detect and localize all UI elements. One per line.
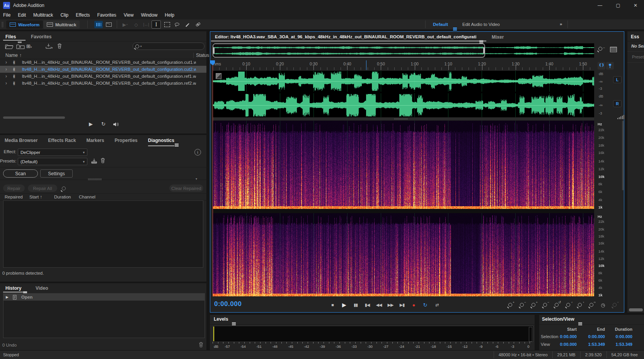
name-column-header[interactable]: Name [5,53,18,58]
view-box-left-handle[interactable] [213,47,215,54]
insert-into-multitrack-button[interactable]: ▾ [46,43,53,50]
waveform-display-right[interactable] [213,93,594,117]
search-repairs-icon[interactable] [62,186,66,191]
waveform-view-toggle[interactable] [94,21,103,28]
menu-item[interactable]: View [124,12,134,18]
menu-item[interactable]: Effects [76,12,90,18]
transport-button[interactable]: ▶▶ [386,301,395,309]
effects-panel-tab[interactable]: Markers [86,138,104,146]
spot-healing-brush-tool[interactable] [193,21,203,29]
paintbrush-tool[interactable] [182,21,192,29]
effect-select[interactable]: DeClipper▾ [18,149,87,156]
horizontal-scrollbar-thumb[interactable] [629,308,643,311]
zoom-button[interactable]: − [517,301,526,309]
splitter-handle[interactable] [394,118,407,120]
zoom-button[interactable]: ‹ [564,301,573,309]
repair-button[interactable]: Repair [3,185,25,192]
delete-file-button[interactable] [57,43,62,50]
files-horizontal-scrollbar[interactable] [3,116,65,119]
preview-loop-button[interactable]: ↻ [101,121,106,127]
scan-button[interactable]: Scan [3,169,38,178]
tab-favorites[interactable]: Favorites [31,34,51,39]
close-button[interactable]: ✕ [627,0,644,11]
import-file-button[interactable] [16,44,25,50]
preview-play-button[interactable]: ▶ [89,121,93,127]
spectrogram-left[interactable] [213,121,594,209]
repairs-column-header[interactable]: Repaired [0,195,25,199]
pan-zoom-icon[interactable]: ↔ [598,46,605,52]
channel-left-button[interactable]: L [613,76,622,83]
transport-button[interactable]: ⇄ [432,301,441,309]
tab-video[interactable]: Video [36,285,48,291]
expand-chevron-icon[interactable]: › [5,80,7,86]
zoom-button[interactable]: + [506,301,515,309]
diagnostics-menu-icon[interactable] [175,140,179,145]
lasso-selection-tool[interactable] [172,21,182,29]
menu-item[interactable]: Help [165,12,174,18]
save-preset-button[interactable] [91,158,97,165]
multitrack-mode-button[interactable]: Multitrack [43,21,80,29]
slip-tool[interactable]: |↔| [141,21,151,29]
selection-view-menu-icon[interactable] [578,319,582,324]
add-marker-button[interactable] [606,62,614,70]
effects-panel-tab[interactable]: Effects Rack [48,138,76,146]
file-row[interactable]: › ||| ltv48_H…in_48kHz_out_BINAURAL_ROOM… [0,59,206,66]
preview-volume-button[interactable] [113,122,119,128]
display-options-icon[interactable] [610,47,617,52]
spectral-resolution-control[interactable] [617,115,625,121]
files-search-input[interactable]: ▾ [133,43,204,50]
levels-menu-icon[interactable] [232,319,236,324]
menu-item[interactable]: Favorites [97,12,116,18]
vertical-zoom-scrollbar[interactable] [622,121,624,190]
tab-files[interactable]: Files [5,34,16,39]
tab-history[interactable]: History [5,285,21,291]
selection-start-value[interactable]: 0:00.000 [550,334,577,339]
channel-right-button[interactable]: R [613,100,622,107]
zoom-button[interactable]: − [540,301,550,309]
move-tool[interactable]: ▶+ [121,21,130,29]
effects-panel-tab[interactable]: Properties [114,138,137,146]
toolbar-grip[interactable] [2,22,3,27]
repair-all-button[interactable]: Repair All [28,185,57,192]
status-column-header[interactable]: Status [196,53,209,58]
expand-chevron-icon[interactable]: › [5,67,7,72]
transport-button[interactable]: ● [409,301,418,309]
open-file-button[interactable] [5,44,13,50]
transport-button[interactable]: ▶▮ [397,301,407,309]
new-file-button[interactable]: ⊞▾ [26,43,32,49]
marquee-selection-tool[interactable] [162,21,172,29]
menu-item[interactable]: Window [141,12,158,18]
view-box-right-handle[interactable] [483,47,485,54]
tab-mixer[interactable]: Mixer [492,34,504,40]
snapping-button[interactable] [598,62,605,70]
waveform-display-left[interactable] [213,71,594,92]
razor-tool[interactable]: ◇ [131,21,141,29]
transport-button[interactable]: ▮◀ [363,301,372,309]
workspace-default-button[interactable]: Default [433,22,448,27]
settings-button[interactable]: Settings [40,169,73,178]
time-selection-tool[interactable]: I [152,21,161,29]
history-entry[interactable]: ▶ Open [3,294,204,301]
effects-panel-tab[interactable]: Media Browser [5,138,37,146]
selection-duration-value[interactable]: 0:00.000 [605,334,632,339]
splitter[interactable] [0,180,206,180]
effects-panel-tab[interactable]: Diagnostics [148,138,174,146]
zoom-button[interactable]: ◷ [598,301,608,309]
menu-item[interactable]: Multitrack [33,12,53,18]
levels-meter[interactable] [213,326,533,342]
editor-tab[interactable]: Editor: ltv48_HOA3.wav_SBA_3OA_at_96_kbp… [215,34,476,39]
maximize-button[interactable]: ▢ [609,0,627,11]
minimize-button[interactable]: — [591,0,609,11]
file-row[interactable]: › ||| ltv48_H…in_48kHz_out_BINAURAL_ROOM… [0,66,206,73]
transport-button[interactable]: ■ [328,301,337,309]
transport-button[interactable]: ↻ [421,301,430,309]
zoom-button[interactable]: › [575,301,584,309]
spectrogram-right[interactable] [213,213,594,296]
transport-button[interactable]: ▮▮ [351,301,360,309]
workspace-edit-audio-to-video-button[interactable]: Edit Audio to Video [462,22,500,27]
hud-gain-icon[interactable] [216,73,221,79]
transport-button[interactable]: ◀◀ [374,301,383,309]
clear-repaired-button[interactable]: Clear Repaired [169,185,203,192]
file-row[interactable]: › ||| ltv48_H…in_48kHz_out_BINAURAL_ROOM… [0,73,206,80]
menu-item[interactable]: File [3,12,10,18]
